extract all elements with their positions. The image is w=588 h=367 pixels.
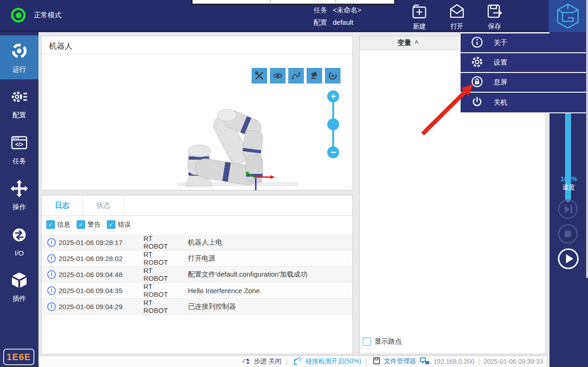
svg-text:</>: </>: [15, 141, 23, 148]
divider: │: [285, 358, 289, 365]
menu-item-about[interactable]: 关于: [461, 33, 587, 53]
log-row[interactable]: i 2025-01-06 09:04:29 RT ROBOT 已连接到控制器: [42, 299, 352, 315]
menu-item-label: 息屏: [494, 78, 507, 87]
log-filter-row: ✓ 信息 ✓ 警告 ✓ 错误 清除 支持文件: [42, 216, 352, 234]
view-eraser-button[interactable]: [307, 68, 322, 83]
play-button[interactable]: [557, 248, 579, 272]
sidebar-item-io[interactable]: I/O: [0, 219, 38, 263]
file-manager-link[interactable]: 文件管理器: [384, 357, 416, 366]
sidebar-item-run[interactable]: 运行: [0, 35, 38, 79]
filter-info-checkbox[interactable]: ✓ 信息: [46, 220, 70, 229]
log-message: 机器人上电: [188, 238, 222, 247]
topbar-actions: 新建 打开 保存: [406, 3, 508, 31]
sidebar-item-label: 插件: [12, 295, 26, 303]
collision-icon: [293, 357, 302, 367]
run-icon: [9, 41, 29, 62]
step-next-button[interactable]: [557, 199, 578, 222]
cube-logo-icon: [555, 3, 581, 29]
view-visibility-button[interactable]: [270, 68, 286, 83]
log-message: 已连接到控制器: [188, 302, 236, 311]
robot-3d-view[interactable]: [42, 36, 353, 190]
sidebar-item-operate[interactable]: 操作: [0, 173, 38, 217]
configure-icon: [9, 87, 29, 108]
view-toolbar: [252, 68, 341, 83]
brand-logo[interactable]: [549, 0, 587, 32]
speed-value: 100%: [550, 175, 588, 183]
log-row[interactable]: i 2025-01-06 09:04:35 RT ROBOT Hello Int…: [42, 283, 352, 299]
topbar: 正常模式 任务<未命名> 配置default 新建 打开: [0, 0, 588, 32]
divider: |: [478, 358, 480, 365]
view-reset-button[interactable]: [325, 68, 341, 83]
save-task-button[interactable]: 保存: [481, 3, 508, 31]
task-config-info: 任务<未命名> 配置default: [313, 4, 362, 28]
save-task-label: 保存: [488, 22, 501, 31]
log-source: RT ROBOT: [143, 234, 178, 250]
zoom-slider-handle[interactable]: [327, 118, 339, 130]
menu-item-shutdown[interactable]: 关机: [461, 93, 587, 112]
log-source: RT ROBOT: [143, 299, 178, 314]
menu-item-label: 关于: [494, 39, 507, 47]
menu-item-settings[interactable]: 设置: [461, 53, 587, 73]
sidebar-item-configure[interactable]: 配置: [0, 81, 38, 125]
show-waypoints-label: 显示路点: [374, 337, 402, 346]
step-status[interactable]: 步进 关闭: [254, 357, 281, 366]
eraser-icon: [309, 71, 319, 81]
collision-status[interactable]: 碰撞检测开启(50%): [306, 357, 361, 366]
status-code-badge[interactable]: 1E6E: [3, 349, 34, 365]
filter-error-checkbox[interactable]: ✓ 错误: [107, 220, 131, 229]
tab-log[interactable]: 日志: [42, 195, 83, 216]
log-panel: 日志 状态 ✓ 信息 ✓ 警告 ✓ 错误 清除 支持文件 i 2025-01-0…: [41, 195, 353, 354]
info-log-icon: i: [47, 254, 56, 263]
trajectory-icon: [291, 71, 301, 81]
log-source: RT ROBOT: [143, 267, 178, 282]
view-tools-button[interactable]: [252, 68, 267, 83]
top-partial-input[interactable]: [192, 0, 395, 5]
log-time: 2025-01-06 09:28:17: [59, 239, 143, 246]
system-menu: 关于 设置 息屏 关机: [460, 33, 587, 113]
filter-warning-checkbox[interactable]: ✓ 警告: [77, 220, 100, 229]
open-task-label: 打开: [451, 22, 463, 31]
log-row[interactable]: i 2025-01-06 09:28:02 RT ROBOT 打开电源: [42, 250, 352, 267]
speed-label: 速度: [550, 184, 588, 192]
log-time: 2025-01-06 09:28:02: [59, 255, 143, 262]
operate-icon: [9, 178, 29, 200]
filter-info-label: 信息: [57, 221, 70, 229]
step-icon: [242, 357, 250, 367]
sidebar-item-label: I/O: [15, 249, 24, 257]
open-task-icon: [448, 3, 466, 22]
sidebar-item-plugin[interactable]: 插件: [0, 265, 38, 309]
mode-status-icon: [11, 8, 26, 22]
show-waypoints-checkbox[interactable]: 显示路点: [363, 337, 402, 346]
left-nav: 运行 配置 </> 任务 操作 I/O: [0, 32, 38, 367]
task-icon: </>: [9, 133, 29, 154]
log-message: Hello Interference Zone.: [188, 287, 262, 295]
controller-ip: 192.168.0.200: [434, 358, 475, 365]
log-row[interactable]: i 2025-01-06 09:04:48 RT ROBOT 配置文件'defa…: [42, 267, 352, 283]
io-icon: [9, 225, 29, 246]
view-trajectory-button[interactable]: [288, 68, 304, 83]
screen-lock-icon: [471, 75, 484, 89]
variables-title: 变量: [397, 39, 411, 47]
open-task-button[interactable]: 打开: [444, 3, 470, 31]
statusbar: 步进 关闭 │ 碰撞检测开启(50%) │ 文件管理器 192.168.0.20…: [38, 356, 546, 367]
filter-error-label: 错误: [118, 221, 131, 229]
zoom-in-button[interactable]: +: [327, 90, 339, 102]
info-log-icon: i: [47, 286, 56, 295]
tab-status[interactable]: 状态: [83, 195, 124, 216]
log-source: RT ROBOT: [143, 250, 178, 266]
info-log-icon: i: [47, 270, 56, 279]
eye-icon: [273, 71, 283, 81]
log-row[interactable]: i 2025-01-06 09:28:17 RT ROBOT 机器人上电: [42, 234, 352, 250]
stop-icon: [557, 223, 578, 245]
log-message: 配置文件'default.configuration'加载成功: [188, 270, 308, 279]
menu-item-screen-off[interactable]: 息屏: [461, 73, 587, 93]
robot-view-panel: 机器人: [41, 36, 353, 190]
plugin-icon: [9, 270, 29, 292]
stop-button[interactable]: [557, 223, 578, 246]
sidebar-item-label: 运行: [12, 65, 26, 74]
sidebar-item-task[interactable]: </> 任务: [0, 127, 38, 171]
log-tabs: 日志 状态: [42, 195, 352, 216]
menu-item-label: 关机: [494, 98, 507, 107]
zoom-out-button[interactable]: −: [327, 146, 339, 158]
new-task-button[interactable]: 新建: [406, 3, 433, 31]
